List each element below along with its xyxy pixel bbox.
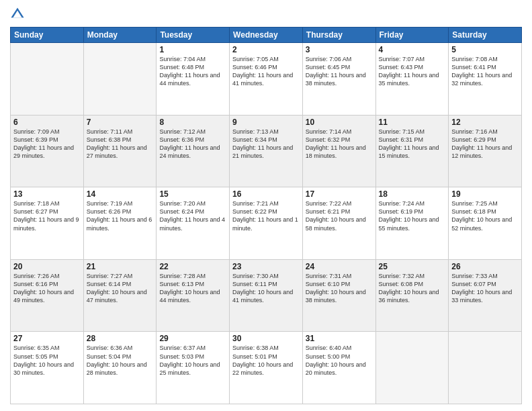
day-info: Sunrise: 7:11 AMSunset: 6:38 PMDaylight:… — [87, 128, 154, 161]
day-cell: 12Sunrise: 7:16 AMSunset: 6:29 PMDayligh… — [449, 115, 522, 187]
day-info: Sunrise: 7:21 AMSunset: 6:22 PMDaylight:… — [232, 199, 300, 232]
day-cell — [83, 43, 157, 116]
day-info: Sunrise: 7:25 AMSunset: 6:18 PMDaylight:… — [451, 199, 519, 232]
day-info: Sunrise: 7:15 AMSunset: 6:31 PMDaylight:… — [379, 128, 446, 161]
day-info: Sunrise: 7:24 AMSunset: 6:19 PMDaylight:… — [379, 199, 446, 232]
day-cell: 7Sunrise: 7:11 AMSunset: 6:38 PMDaylight… — [83, 115, 157, 187]
day-number: 10 — [306, 118, 373, 127]
week-row: 13Sunrise: 7:18 AMSunset: 6:27 PMDayligh… — [11, 187, 522, 260]
day-cell: 18Sunrise: 7:24 AMSunset: 6:19 PMDayligh… — [375, 187, 449, 260]
day-number: 21 — [87, 262, 154, 271]
day-cell: 17Sunrise: 7:22 AMSunset: 6:21 PMDayligh… — [302, 187, 375, 260]
day-info: Sunrise: 7:13 AMSunset: 6:34 PMDaylight:… — [232, 128, 300, 161]
day-info: Sunrise: 7:05 AMSunset: 6:46 PMDaylight:… — [232, 55, 300, 88]
day-number: 20 — [13, 262, 81, 271]
day-cell: 19Sunrise: 7:25 AMSunset: 6:18 PMDayligh… — [449, 187, 522, 260]
week-row: 1Sunrise: 7:04 AMSunset: 6:48 PMDaylight… — [11, 43, 522, 116]
day-cell: 23Sunrise: 7:30 AMSunset: 6:11 PMDayligh… — [230, 259, 303, 332]
day-number: 1 — [159, 45, 226, 54]
header-row: SundayMondayTuesdayWednesdayThursdayFrid… — [11, 28, 522, 43]
day-info: Sunrise: 7:30 AMSunset: 6:11 PMDaylight:… — [232, 272, 300, 305]
day-number: 17 — [306, 189, 373, 199]
weekday-header: Monday — [83, 28, 157, 43]
day-cell: 5Sunrise: 7:08 AMSunset: 6:41 PMDaylight… — [449, 43, 522, 116]
day-info: Sunrise: 7:33 AMSunset: 6:07 PMDaylight:… — [451, 272, 519, 305]
day-info: Sunrise: 7:08 AMSunset: 6:41 PMDaylight:… — [451, 55, 519, 88]
day-cell: 4Sunrise: 7:07 AMSunset: 6:43 PMDaylight… — [375, 43, 449, 116]
day-number: 13 — [13, 189, 81, 199]
day-info: Sunrise: 7:28 AMSunset: 6:13 PMDaylight:… — [159, 272, 226, 305]
weekday-header: Sunday — [11, 28, 84, 43]
day-number: 22 — [159, 262, 226, 271]
day-info: Sunrise: 7:19 AMSunset: 6:26 PMDaylight:… — [87, 199, 154, 232]
day-number: 24 — [306, 262, 373, 271]
day-number: 14 — [87, 189, 154, 199]
day-info: Sunrise: 6:38 AMSunset: 5:01 PMDaylight:… — [232, 344, 300, 377]
logo — [10, 7, 26, 21]
week-row: 6Sunrise: 7:09 AMSunset: 6:39 PMDaylight… — [11, 115, 522, 187]
day-cell: 11Sunrise: 7:15 AMSunset: 6:31 PMDayligh… — [375, 115, 449, 187]
day-cell: 6Sunrise: 7:09 AMSunset: 6:39 PMDaylight… — [11, 115, 84, 187]
day-cell: 20Sunrise: 7:26 AMSunset: 6:16 PMDayligh… — [11, 259, 84, 332]
day-number: 26 — [451, 262, 519, 271]
day-number: 29 — [159, 334, 226, 343]
day-number: 28 — [87, 334, 154, 343]
day-number: 8 — [159, 118, 226, 127]
day-info: Sunrise: 7:09 AMSunset: 6:39 PMDaylight:… — [13, 128, 81, 161]
week-row: 27Sunrise: 6:35 AMSunset: 5:05 PMDayligh… — [11, 332, 522, 404]
day-number: 7 — [87, 118, 154, 127]
day-cell: 14Sunrise: 7:19 AMSunset: 6:26 PMDayligh… — [83, 187, 157, 260]
day-cell: 25Sunrise: 7:32 AMSunset: 6:08 PMDayligh… — [375, 259, 449, 332]
day-number: 9 — [232, 118, 300, 127]
day-number: 18 — [379, 189, 446, 199]
day-cell — [449, 332, 522, 404]
week-row: 20Sunrise: 7:26 AMSunset: 6:16 PMDayligh… — [11, 259, 522, 332]
day-number: 3 — [306, 45, 373, 54]
day-info: Sunrise: 7:16 AMSunset: 6:29 PMDaylight:… — [451, 128, 519, 161]
day-number: 25 — [379, 262, 446, 271]
day-number: 27 — [13, 334, 81, 343]
day-cell: 15Sunrise: 7:20 AMSunset: 6:24 PMDayligh… — [157, 187, 230, 260]
day-number: 6 — [13, 118, 81, 127]
day-cell: 22Sunrise: 7:28 AMSunset: 6:13 PMDayligh… — [157, 259, 230, 332]
day-info: Sunrise: 7:26 AMSunset: 6:16 PMDaylight:… — [13, 272, 81, 305]
day-info: Sunrise: 6:37 AMSunset: 5:03 PMDaylight:… — [159, 344, 226, 377]
day-info: Sunrise: 7:20 AMSunset: 6:24 PMDaylight:… — [159, 199, 226, 232]
day-cell: 28Sunrise: 6:36 AMSunset: 5:04 PMDayligh… — [83, 332, 157, 404]
header — [10, 7, 522, 21]
weekday-header: Tuesday — [157, 28, 230, 43]
day-info: Sunrise: 6:35 AMSunset: 5:05 PMDaylight:… — [13, 344, 81, 377]
day-info: Sunrise: 7:14 AMSunset: 6:32 PMDaylight:… — [306, 128, 373, 161]
day-cell: 30Sunrise: 6:38 AMSunset: 5:01 PMDayligh… — [230, 332, 303, 404]
day-cell: 9Sunrise: 7:13 AMSunset: 6:34 PMDaylight… — [230, 115, 303, 187]
day-number: 19 — [451, 189, 519, 199]
day-number: 31 — [306, 334, 373, 343]
day-cell: 24Sunrise: 7:31 AMSunset: 6:10 PMDayligh… — [302, 259, 375, 332]
day-cell — [11, 43, 84, 116]
day-info: Sunrise: 7:12 AMSunset: 6:36 PMDaylight:… — [159, 128, 226, 161]
day-cell: 29Sunrise: 6:37 AMSunset: 5:03 PMDayligh… — [157, 332, 230, 404]
day-info: Sunrise: 7:31 AMSunset: 6:10 PMDaylight:… — [306, 272, 373, 305]
day-number: 12 — [451, 118, 519, 127]
day-cell — [375, 332, 449, 404]
day-cell: 16Sunrise: 7:21 AMSunset: 6:22 PMDayligh… — [230, 187, 303, 260]
day-cell: 10Sunrise: 7:14 AMSunset: 6:32 PMDayligh… — [302, 115, 375, 187]
logo-icon — [10, 7, 25, 21]
day-cell: 27Sunrise: 6:35 AMSunset: 5:05 PMDayligh… — [11, 332, 84, 404]
weekday-header: Friday — [375, 28, 449, 43]
day-cell: 1Sunrise: 7:04 AMSunset: 6:48 PMDaylight… — [157, 43, 230, 116]
day-number: 2 — [232, 45, 300, 54]
day-info: Sunrise: 7:04 AMSunset: 6:48 PMDaylight:… — [159, 55, 226, 88]
day-cell: 13Sunrise: 7:18 AMSunset: 6:27 PMDayligh… — [11, 187, 84, 260]
day-info: Sunrise: 7:07 AMSunset: 6:43 PMDaylight:… — [379, 55, 446, 88]
day-number: 4 — [379, 45, 446, 54]
day-number: 16 — [232, 189, 300, 199]
day-cell: 21Sunrise: 7:27 AMSunset: 6:14 PMDayligh… — [83, 259, 157, 332]
day-number: 5 — [451, 45, 519, 54]
weekday-header: Saturday — [449, 28, 522, 43]
weekday-header: Wednesday — [230, 28, 303, 43]
calendar-table: SundayMondayTuesdayWednesdayThursdayFrid… — [10, 27, 522, 404]
day-number: 11 — [379, 118, 446, 127]
day-info: Sunrise: 6:40 AMSunset: 5:00 PMDaylight:… — [306, 344, 373, 377]
page: SundayMondayTuesdayWednesdayThursdayFrid… — [0, 0, 532, 411]
